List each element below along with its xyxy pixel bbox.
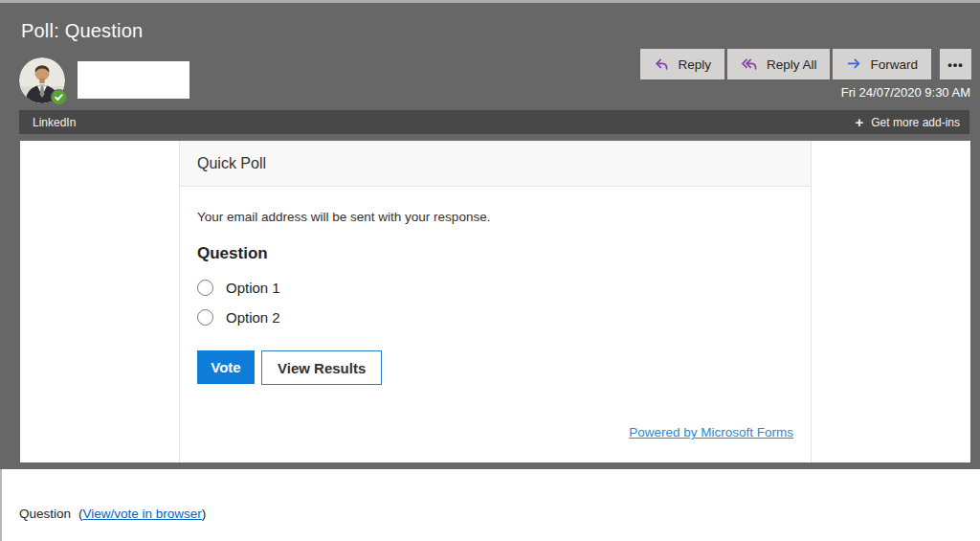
addin-tab-linkedin[interactable]: LinkedIn — [19, 110, 89, 134]
reply-label: Reply — [678, 57, 711, 72]
more-actions-button[interactable]: ••• — [940, 49, 971, 79]
outlook-reading-pane: Poll: Question — [0, 0, 980, 541]
message-subject: Poll: Question — [21, 20, 143, 42]
forward-label: Forward — [870, 57, 918, 72]
poll-option-1-label: Option 1 — [226, 280, 280, 296]
radio-button[interactable] — [197, 280, 213, 296]
plus-icon: + — [856, 115, 864, 129]
reply-button[interactable]: Reply — [640, 49, 724, 79]
presence-available-icon — [51, 89, 67, 105]
vote-button[interactable]: Vote — [197, 350, 255, 384]
ellipsis-icon: ••• — [947, 57, 964, 72]
powered-by-forms-link[interactable]: Powered by Microsoft Forms — [629, 425, 793, 440]
get-more-addins-label: Get more add-ins — [871, 116, 960, 129]
poll-option-2-label: Option 2 — [226, 309, 280, 326]
view-vote-in-browser-link[interactable]: View/vote in browser — [83, 507, 202, 521]
window-top-edge — [0, 0, 980, 3]
message-timestamp: Fri 24/07/2020 9:30 AM — [841, 85, 970, 100]
fallback-line: Question(View/vote in browser) — [19, 507, 206, 521]
reply-icon — [654, 56, 670, 72]
quick-poll-card: Quick Poll Your email address will be se… — [179, 141, 812, 462]
poll-card-title: Quick Poll — [180, 141, 811, 187]
get-more-addins-button[interactable]: + Get more add-ins — [846, 115, 969, 129]
forward-button[interactable]: Forward — [833, 49, 931, 79]
sender-avatar[interactable] — [19, 57, 65, 103]
addin-bar: LinkedIn + Get more add-ins — [19, 110, 969, 134]
poll-privacy-notice: Your email address will be sent with you… — [197, 210, 490, 224]
message-action-toolbar: Reply Reply All Forward ••• — [640, 49, 971, 79]
poll-question-heading: Question — [197, 244, 268, 263]
poll-buttons: Vote View Results — [197, 350, 382, 385]
reply-all-label: Reply All — [767, 57, 817, 72]
reply-all-icon — [741, 56, 759, 72]
poll-option-2[interactable]: Option 2 — [197, 309, 280, 326]
section-divider — [0, 462, 980, 469]
poll-option-1[interactable]: Option 1 — [197, 280, 280, 296]
fallback-question-text: Question — [19, 507, 71, 521]
email-body: Quick Poll Your email address will be se… — [20, 141, 970, 462]
radio-button[interactable] — [197, 309, 213, 326]
forward-icon — [846, 56, 862, 72]
reply-all-button[interactable]: Reply All — [727, 49, 831, 79]
close-paren: ) — [202, 507, 207, 521]
plaintext-fallback-area: Question(View/vote in browser) — [0, 469, 980, 541]
view-results-button[interactable]: View Results — [261, 350, 382, 385]
sender-name-redacted — [78, 61, 189, 99]
